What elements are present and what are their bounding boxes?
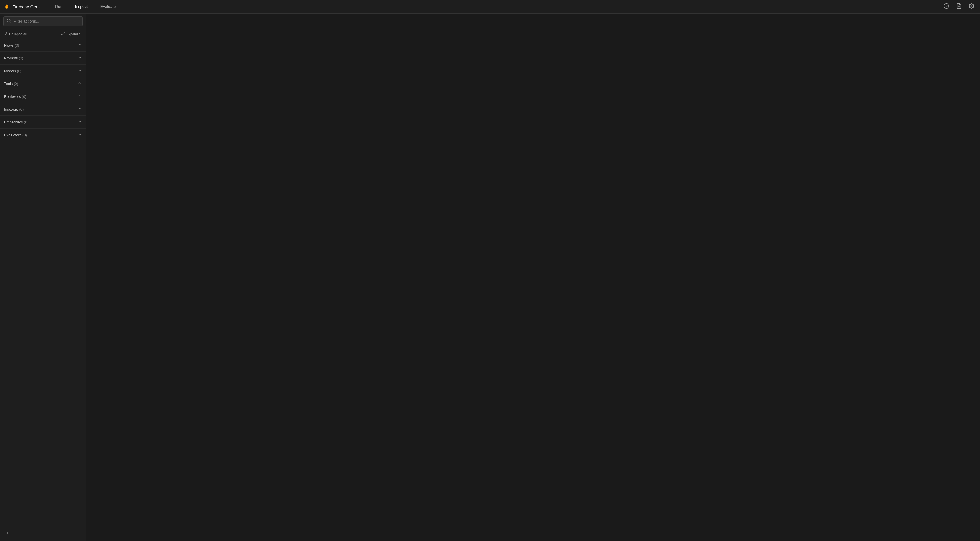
sidebar-section-models-header[interactable]: Models (0) (0, 65, 86, 77)
collapse-all-button[interactable]: Collapse all (4, 32, 27, 37)
sidebar-content: Flows (0) Prompts (0) (0, 39, 86, 526)
sidebar-footer (0, 526, 86, 541)
prompts-count: (0) (19, 56, 23, 60)
collapse-sidebar-button[interactable] (3, 529, 13, 538)
retrievers-count: (0) (22, 94, 27, 99)
collapse-expand-bar: Collapse all Expand all (0, 29, 86, 39)
indexers-label: Indexers (4, 107, 18, 111)
sidebar-section-evaluators-header[interactable]: Evaluators (0) (0, 129, 86, 141)
sidebar-section-tools: Tools (0) (0, 77, 86, 90)
navbar: Firebase Genkit Run Inspect Evaluate (0, 0, 980, 14)
svg-point-5 (7, 19, 10, 22)
embedders-label: Embedders (4, 120, 23, 124)
sidebar-section-flows-header[interactable]: Flows (0) (0, 39, 86, 51)
document-button[interactable] (954, 2, 964, 12)
sidebar-section-models: Models (0) (0, 65, 86, 77)
sidebar-section-embedders: Embedders (0) (0, 116, 86, 129)
document-icon (956, 3, 962, 10)
models-chevron-icon (78, 68, 82, 74)
sidebar-section-embedders-header[interactable]: Embedders (0) (0, 116, 86, 128)
flows-chevron-icon (78, 42, 82, 48)
flame-icon (3, 3, 10, 10)
sidebar-section-flows: Flows (0) (0, 39, 86, 52)
collapse-icon (4, 32, 8, 37)
embedders-chevron-icon (78, 119, 82, 125)
flows-label: Flows (4, 43, 14, 48)
expand-icon (61, 32, 65, 37)
tab-inspect[interactable]: Inspect (69, 0, 94, 13)
search-icon (6, 19, 11, 24)
sidebar-section-evaluators: Evaluators (0) (0, 129, 86, 142)
retrievers-label: Retrievers (4, 94, 21, 99)
collapse-all-label: Collapse all (9, 32, 27, 36)
prompts-label: Prompts (4, 56, 18, 60)
expand-all-label: Expand all (66, 32, 82, 36)
help-button[interactable] (941, 2, 951, 12)
tools-count: (0) (14, 82, 18, 86)
embedders-count: (0) (24, 120, 29, 124)
sidebar-section-tools-header[interactable]: Tools (0) (0, 77, 86, 90)
app-logo-text: Firebase Genkit (13, 4, 43, 9)
svg-line-6 (10, 22, 11, 22)
evaluators-chevron-icon (78, 132, 82, 138)
sidebar-section-prompts: Prompts (0) (0, 52, 86, 65)
evaluators-label: Evaluators (4, 133, 21, 137)
tab-evaluate[interactable]: Evaluate (95, 0, 121, 13)
navbar-right (941, 2, 977, 12)
flows-count: (0) (15, 43, 19, 48)
prompts-chevron-icon (78, 55, 82, 61)
chevron-left-icon (5, 530, 11, 537)
sidebar: Collapse all Expand all (0, 14, 86, 541)
sidebar-section-retrievers: Retrievers (0) (0, 90, 86, 103)
main-content (86, 14, 980, 541)
help-circle-icon (943, 3, 949, 10)
svg-point-4 (971, 5, 972, 7)
tools-label: Tools (4, 82, 13, 86)
models-label: Models (4, 69, 16, 73)
sidebar-section-prompts-header[interactable]: Prompts (0) (0, 52, 86, 64)
search-input[interactable] (13, 19, 80, 24)
main-layout: Collapse all Expand all (0, 14, 980, 541)
search-input-wrapper (3, 16, 83, 26)
models-count: (0) (17, 69, 22, 73)
tools-chevron-icon (78, 81, 82, 86)
indexers-chevron-icon (78, 107, 82, 112)
app-logo: Firebase Genkit (3, 3, 43, 10)
expand-all-button[interactable]: Expand all (61, 32, 82, 37)
svg-line-9 (64, 32, 65, 33)
svg-line-7 (5, 34, 6, 35)
nav-tabs: Run Inspect Evaluate (49, 0, 121, 13)
sidebar-section-indexers-header[interactable]: Indexers (0) (0, 103, 86, 116)
retrievers-chevron-icon (78, 94, 82, 99)
evaluators-count: (0) (22, 133, 27, 137)
sidebar-section-retrievers-header[interactable]: Retrievers (0) (0, 90, 86, 103)
search-container (0, 14, 86, 29)
svg-line-10 (62, 34, 63, 35)
svg-line-8 (6, 32, 7, 33)
indexers-count: (0) (19, 107, 24, 111)
sidebar-section-indexers: Indexers (0) (0, 103, 86, 116)
settings-button[interactable] (966, 2, 977, 12)
tab-run[interactable]: Run (49, 0, 68, 13)
settings-icon (969, 3, 974, 10)
